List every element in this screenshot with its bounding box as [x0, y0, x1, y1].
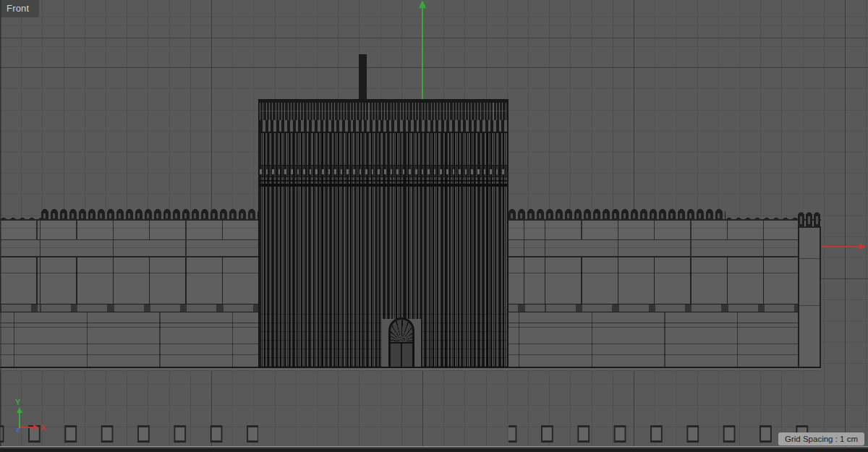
world-y-axis-line: [422, 6, 423, 99]
tower-chimney: [359, 54, 367, 101]
world-y-axis-arrow-icon: [419, 0, 426, 8]
end-pillar: [798, 226, 821, 368]
tower-floor-line: [260, 180, 507, 182]
tower-floor-line: [260, 184, 507, 187]
battlement-row: [509, 209, 726, 219]
tower-ornament-band: [260, 103, 507, 120]
base-story: [509, 312, 821, 368]
building-left-wing: [0, 209, 258, 368]
tower-slat-row: [260, 120, 507, 133]
sill-band: [0, 304, 258, 312]
gizmo-x-arrow-icon: [33, 425, 39, 430]
tower-mid-band: [260, 165, 507, 177]
viewport-bottom-edge: [0, 446, 868, 452]
grid-spacing-badge: Grid Spacing : 1 cm: [778, 432, 864, 445]
building-right-wing: [509, 209, 821, 368]
frieze-band: [509, 240, 821, 256]
gizmo-y-label: Y: [15, 398, 20, 406]
cornice-band: [509, 219, 821, 240]
gizmo-y-arrow-icon: [17, 407, 22, 413]
base-story: [0, 312, 258, 368]
gizmo-x-axis: [20, 427, 33, 428]
building-ground-line: [0, 368, 821, 371]
battlement-row: [41, 209, 258, 219]
gizmo-x-label: X: [41, 423, 46, 432]
sill-band: [509, 304, 821, 312]
buttress-blocks: [509, 425, 821, 443]
end-pillar-battlements: [798, 211, 821, 226]
window-story: [0, 256, 258, 304]
window-story: [509, 256, 821, 304]
viewport-canvas[interactable]: Front Grid Spacing : 1 cm Y X Z: [0, 0, 868, 452]
frieze-band: [0, 240, 258, 256]
gizmo-y-axis: [19, 412, 20, 428]
view-orientation-label: Front: [0, 0, 39, 17]
cornice-band: [0, 219, 258, 240]
gizmo-z-axis: Z: [16, 427, 20, 433]
entrance-arch-door: [388, 317, 414, 367]
building-central-tower: [258, 99, 509, 368]
world-x-axis-line: [822, 246, 859, 247]
world-x-axis-arrow-icon: [859, 244, 867, 250]
viewport-left-edge: [0, 0, 1, 446]
